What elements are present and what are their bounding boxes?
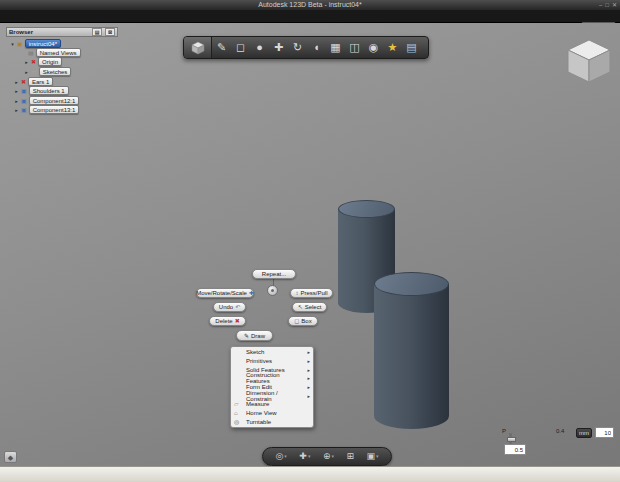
menu-pill-draw[interactable]: ✎ Draw [236, 330, 273, 341]
chevron-down-icon[interactable]: ▾ [376, 454, 379, 459]
move-tool-icon[interactable]: ✚ [269, 37, 288, 58]
scene-tool-icon[interactable]: ▤ [402, 37, 421, 58]
move-icon: ✚ [249, 290, 254, 296]
tree-item-label[interactable]: Ears 1 [28, 77, 53, 86]
cylinder-body[interactable] [374, 284, 449, 429]
tree-item-label[interactable]: Component12:1 [29, 96, 80, 105]
window-controls: – □ ✕ [599, 0, 617, 10]
pan-button[interactable]: ✚ ▾ [299, 452, 310, 461]
chevron-down-icon[interactable]: ▾ [284, 454, 287, 459]
undo-label: Undo [219, 304, 233, 310]
menu-pill-box[interactable]: ◻ Box [288, 316, 318, 326]
chevron-down-icon[interactable]: ▾ [308, 454, 311, 459]
menu-pill-undo[interactable]: Undo ↶ [213, 302, 246, 312]
zoom-icon: ⊕ [323, 452, 331, 461]
units-button[interactable]: mm [576, 428, 592, 438]
marking-menu-hub[interactable] [267, 285, 278, 296]
browser-close-icon[interactable]: ⊠ [105, 28, 115, 36]
sphere-tool-icon[interactable]: ● [250, 37, 269, 58]
tree-row-named-views[interactable]: ▤ Named Views [28, 48, 81, 57]
expand-arrow-icon[interactable]: ▸ [14, 98, 19, 104]
tree-row-sketches[interactable]: ▸ ▭ Sketches [24, 67, 71, 76]
app-menu-button[interactable] [184, 37, 212, 58]
menu-pill-select[interactable]: ↖ Select [292, 302, 327, 312]
primitives-tool-icon[interactable]: ◻ [231, 37, 250, 58]
pattern-tool-icon[interactable]: ▦ [326, 37, 345, 58]
expand-arrow-icon[interactable]: ▸ [14, 88, 19, 94]
tree-item-label[interactable]: Named Views [36, 48, 81, 57]
expand-arrow-icon[interactable]: ▸ [14, 107, 19, 113]
tree-item-label[interactable]: Shoulders 1 [29, 86, 69, 95]
submenu-label: Primitives [246, 358, 272, 364]
fillet-tool-icon[interactable]: ◖ [307, 37, 326, 58]
tree-row-ears[interactable]: ▸ ✖ Ears 1 [14, 77, 53, 86]
fit-view-button[interactable]: ⊞ [346, 452, 354, 461]
menu-pill-delete[interactable]: Delete ✖ [209, 316, 246, 326]
tree-item-label[interactable]: Sketches [39, 67, 72, 76]
cylinder-top-face[interactable] [374, 272, 449, 296]
pan-icon: ✚ [299, 452, 307, 461]
sketch-tool-icon[interactable]: ✎ [212, 37, 231, 58]
grid-slider[interactable] [509, 433, 512, 444]
delete-icon: ✖ [235, 318, 240, 324]
tree-item-label[interactable]: Component13:1 [29, 105, 80, 114]
menu-pill-press-pull[interactable]: ↕ Press/Pull [290, 288, 333, 298]
fit-view-icon: ⊞ [346, 452, 354, 461]
minimize-button[interactable]: – [599, 0, 602, 10]
grid-minor-input[interactable] [504, 444, 526, 455]
tree-row-shoulders[interactable]: ▸ ▣ Shoulders 1 [14, 86, 69, 95]
menu-pill-repeat[interactable]: Repeat... [252, 269, 296, 279]
tree-row-origin[interactable]: ▸ ✖ Origin [24, 57, 62, 66]
tree-row-component12[interactable]: ▸ ▣ Component12:1 [14, 96, 79, 105]
grid-p-label: P [502, 428, 506, 434]
turntable-icon: ◎ [234, 419, 239, 425]
visibility-off-icon[interactable]: ✖ [21, 79, 26, 85]
tree-row-root[interactable]: ▾ ▣ instruct04* [10, 39, 61, 48]
expand-arrow-icon[interactable]: ▸ [24, 69, 29, 75]
cylinder-top-face[interactable] [338, 200, 395, 218]
menu-pill-move-rotate-scale[interactable]: Move/Rotate/Scale ✚ [196, 288, 254, 298]
snap-value-label: 0.4 [556, 428, 564, 434]
zoom-button[interactable]: ⊕ ▾ [323, 452, 334, 461]
chevron-right-icon: ▸ [307, 375, 310, 381]
browser-options-icon[interactable]: ▤ [92, 28, 102, 36]
chevron-right-icon: ▸ [307, 393, 310, 399]
expand-arrow-icon[interactable]: ▸ [24, 59, 29, 65]
submenu-item-sketch[interactable]: Sketch ▸ [231, 348, 313, 357]
navigation-toolbar: ◎ ▾ ✚ ▾ ⊕ ▾ ⊞ ▣ ▾ [262, 447, 392, 466]
component-icon: ▣ [21, 107, 27, 113]
chevron-down-icon[interactable]: ▾ [331, 454, 334, 459]
app-window: Autodesk 123D Beta - instruct04* – □ ✕ ?… [0, 0, 620, 482]
press-pull-label: Press/Pull [300, 290, 327, 296]
item-type-icon: ▤ [28, 50, 34, 56]
maximize-button[interactable]: □ [605, 0, 609, 10]
view-cube[interactable] [564, 36, 614, 86]
view-cube-icon [564, 36, 614, 86]
component-icon: ▣ [21, 88, 27, 94]
tree-item-label[interactable]: instruct04* [25, 39, 61, 48]
visibility-off-icon[interactable]: ✖ [31, 59, 36, 65]
browser-panel-header[interactable]: Browser ▤ ⊠ [6, 27, 118, 37]
expand-arrow-icon[interactable]: ▸ [14, 79, 19, 85]
submenu-item-turntable[interactable]: ◎ Turntable [231, 418, 313, 427]
tree-row-component13[interactable]: ▸ ▣ Component13:1 [14, 105, 79, 114]
title-bar[interactable]: Autodesk 123D Beta - instruct04* – □ ✕ [0, 0, 620, 10]
close-button[interactable]: ✕ [612, 0, 617, 10]
submenu-item-primitives[interactable]: Primitives ▸ [231, 357, 313, 366]
combine-tool-icon[interactable]: ◫ [345, 37, 364, 58]
display-settings-button[interactable]: ▣ ▾ [366, 452, 378, 461]
submenu-item-construction-features[interactable]: Construction Features ▸ [231, 374, 313, 383]
material-tool-icon[interactable]: ◉ [364, 37, 383, 58]
expand-arrow-icon[interactable]: ▾ [10, 41, 15, 47]
effects-tool-icon[interactable]: ★ [383, 37, 402, 58]
cylinder-object-2[interactable] [374, 272, 449, 430]
grid-major-input[interactable] [595, 427, 614, 438]
submenu-item-dimension-constrain[interactable]: Dimension / Constrain ▸ [231, 391, 313, 400]
box-icon: ◻ [294, 318, 299, 324]
tree-item-label[interactable]: Origin [38, 57, 62, 66]
submenu-item-measure[interactable]: ▱ Measure [231, 400, 313, 409]
submenu-item-home-view[interactable]: ⌂ Home View [231, 409, 313, 418]
view-indicator-icon[interactable]: ◆ [4, 451, 17, 463]
revolve-tool-icon[interactable]: ↻ [288, 37, 307, 58]
orbit-button[interactable]: ◎ ▾ [275, 452, 286, 461]
